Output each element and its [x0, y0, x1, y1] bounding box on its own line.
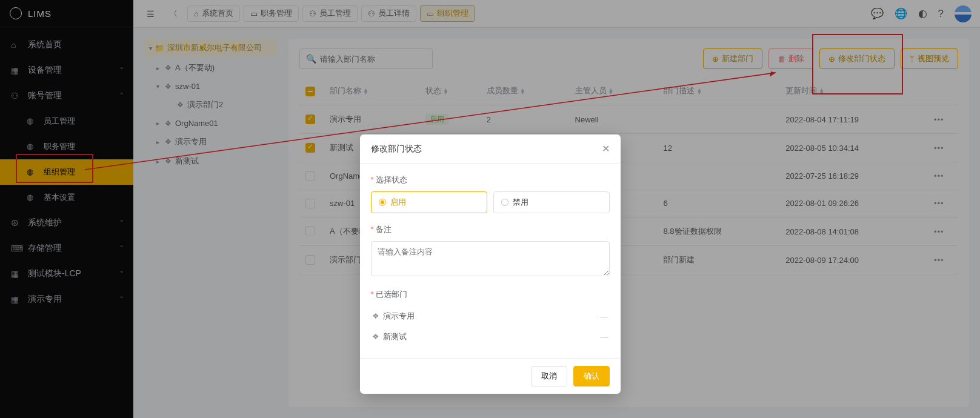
remark-textarea[interactable]: [371, 241, 610, 276]
radio-dot-icon: [501, 199, 508, 206]
status-modal: 修改部门状态 ✕ *选择状态 启用 禁用 *备注 *已选部门 ❖演示专用—❖新测…: [360, 134, 621, 394]
modal-overlay[interactable]: 修改部门状态 ✕ *选择状态 启用 禁用 *备注 *已选部门 ❖演示专用—❖新测…: [0, 0, 980, 418]
modal-title: 修改部门状态: [371, 144, 422, 154]
layers-icon: ❖: [372, 311, 379, 320]
radio-disable[interactable]: 禁用: [493, 191, 610, 213]
status-label: *选择状态: [371, 174, 610, 185]
close-icon[interactable]: ✕: [602, 143, 610, 154]
selected-dept-row: ❖演示专用—: [371, 306, 610, 327]
selected-label: *已选部门: [371, 289, 610, 300]
confirm-button[interactable]: 确认: [573, 366, 610, 386]
radio-dot-icon: [379, 199, 386, 206]
remark-label: *备注: [371, 224, 610, 235]
layers-icon: ❖: [372, 332, 379, 341]
remove-icon[interactable]: —: [601, 312, 608, 321]
remove-icon[interactable]: —: [601, 333, 608, 342]
radio-enable[interactable]: 启用: [371, 191, 487, 213]
cancel-button[interactable]: 取消: [531, 366, 567, 386]
selected-dept-row: ❖新测试—: [371, 327, 610, 347]
